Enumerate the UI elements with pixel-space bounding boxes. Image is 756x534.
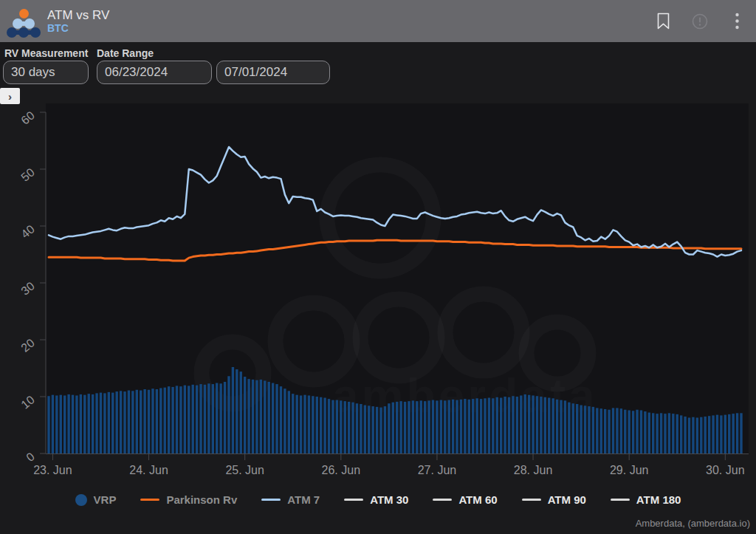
svg-text:60: 60 <box>18 109 37 127</box>
svg-text:29. Jun: 29. Jun <box>610 464 648 476</box>
legend-item-label: ATM 30 <box>370 493 408 506</box>
legend-item-atm-90[interactable]: ATM 90 <box>522 493 586 506</box>
legend-item-atm-7[interactable]: ATM 7 <box>261 493 320 506</box>
legend-item-vrp[interactable]: VRP <box>75 493 117 506</box>
legend-item-atm-60[interactable]: ATM 60 <box>433 493 497 506</box>
legend-line-marker-icon <box>344 499 363 502</box>
legend-line-marker-icon <box>261 499 281 502</box>
svg-text:20: 20 <box>18 336 37 355</box>
svg-text:23. Jun: 23. Jun <box>33 464 72 476</box>
legend-item-label: VRP <box>94 493 117 506</box>
legend-circle-marker-icon <box>75 494 87 506</box>
chart-canvas[interactable]: amberdata010203040506023. Jun24. Jun25. … <box>0 0 756 534</box>
legend-item-label: ATM 90 <box>548 493 586 506</box>
legend-item-label: Parkinson Rv <box>166 493 237 506</box>
y-axis-labels: 0102030405060 <box>18 109 37 464</box>
legend-item-label: ATM 7 <box>287 493 320 506</box>
x-axis-labels: 23. Jun24. Jun25. Jun26. Jun27. Jun28. J… <box>33 464 744 476</box>
legend-item-atm-180[interactable]: ATM 180 <box>611 493 681 506</box>
svg-text:50: 50 <box>18 165 37 184</box>
svg-text:24. Jun: 24. Jun <box>129 464 168 476</box>
svg-text:27. Jun: 27. Jun <box>418 464 456 476</box>
legend-line-marker-icon <box>611 499 630 502</box>
legend-line-marker-icon <box>140 499 159 502</box>
credits-link[interactable]: Amberdata, (amberdata.io) <box>636 518 750 529</box>
legend-item-label: ATM 60 <box>458 493 497 506</box>
svg-text:28. Jun: 28. Jun <box>514 464 552 476</box>
svg-text:26. Jun: 26. Jun <box>322 464 360 476</box>
svg-text:10: 10 <box>18 393 37 411</box>
legend-item-atm-30[interactable]: ATM 30 <box>344 493 408 506</box>
legend-line-marker-icon <box>522 499 541 502</box>
svg-text:30: 30 <box>18 279 37 298</box>
legend-line-marker-icon <box>433 499 452 502</box>
svg-text:0: 0 <box>24 450 37 464</box>
svg-text:40: 40 <box>18 222 37 241</box>
svg-text:25. Jun: 25. Jun <box>225 464 264 476</box>
atm-vs-rv-widget: ATM vs RV BTC RV Measurement Date Range … <box>0 0 756 534</box>
chart-legend: VRPParkinson RvATM 7ATM 30ATM 60ATM 90AT… <box>0 493 756 506</box>
svg-text:30. Jun: 30. Jun <box>706 464 744 476</box>
legend-item-parkinson-rv[interactable]: Parkinson Rv <box>140 493 237 506</box>
legend-item-label: ATM 180 <box>636 493 681 506</box>
